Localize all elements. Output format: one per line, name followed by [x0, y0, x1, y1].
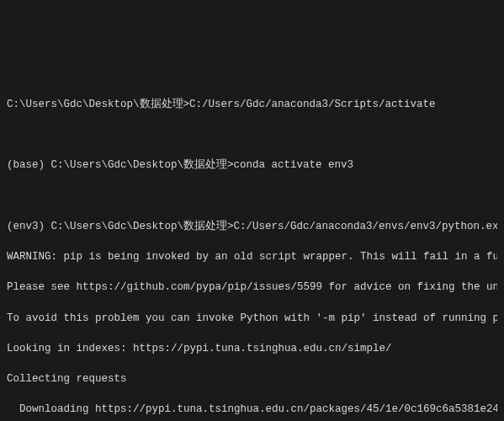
blank-line [7, 127, 497, 142]
warning-line: To avoid this problem you can invoke Pyt… [7, 311, 497, 326]
prompt-line: C:\Users\Gdc\Desktop\数据处理>C:/Users/Gdc/a… [7, 97, 497, 112]
command-text: C:/Users/Gdc/anaconda3/envs/env3/python.… [234, 221, 497, 232]
command-text: C:/Users/Gdc/anaconda3/Scripts/activate [189, 99, 436, 110]
prompt-line: (env3) C:\Users\Gdc\Desktop\数据处理>C:/User… [7, 219, 497, 234]
prompt-path: C:\Users\Gdc\Desktop\数据处理> [7, 99, 189, 110]
command-text: conda activate env3 [234, 159, 354, 171]
collecting-line: Collecting requests [7, 371, 497, 386]
warning-line: WARNING: pip is being invoked by an old … [7, 249, 497, 264]
download-line: Downloading https://pypi.tuna.tsinghua.e… [7, 402, 497, 417]
info-line: Looking in indexes: https://pypi.tuna.ts… [7, 341, 497, 356]
warning-line: Please see https://github.com/pypa/pip/i… [7, 280, 497, 295]
terminal-output[interactable]: C:\Users\Gdc\Desktop\数据处理>C:/Users/Gdc/a… [0, 77, 504, 421]
prompt-path: (base) C:\Users\Gdc\Desktop\数据处理> [7, 159, 234, 171]
blank-line [7, 189, 497, 204]
prompt-path: (env3) C:\Users\Gdc\Desktop\数据处理> [7, 221, 234, 232]
prompt-line: (base) C:\Users\Gdc\Desktop\数据处理>conda a… [7, 157, 497, 173]
